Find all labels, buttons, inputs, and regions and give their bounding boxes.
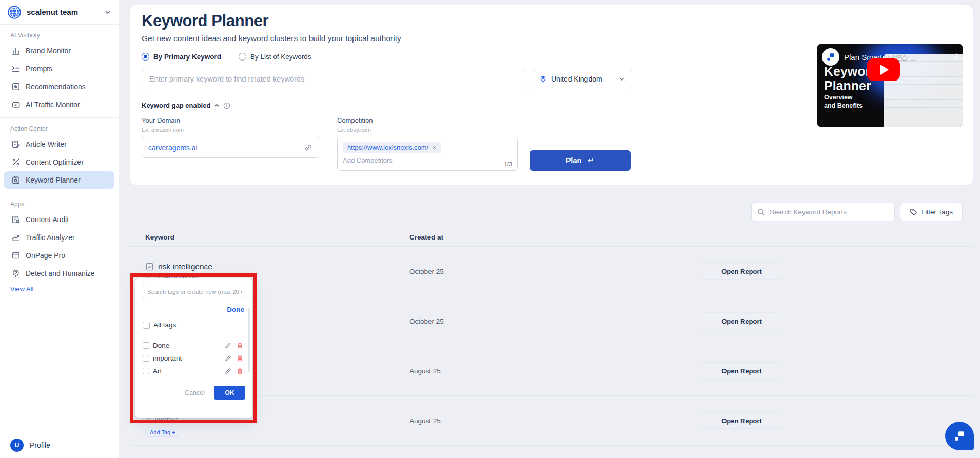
sidebar-item-label: Prompts xyxy=(26,65,52,73)
view-all-link[interactable]: View All xyxy=(10,285,119,293)
column-created-at: Created at xyxy=(409,233,443,241)
column-keyword: Keyword xyxy=(145,233,174,241)
tutorial-video-thumbnail[interactable]: Keyword Planner Overview and Benefits Pl… xyxy=(817,44,963,127)
team-name: scalenut team xyxy=(27,8,99,16)
tag-name: Art xyxy=(153,367,225,375)
sidebar-item-label: Article Writer xyxy=(26,140,67,148)
chevron-down-icon[interactable] xyxy=(104,9,111,16)
detect-humanize-icon xyxy=(11,269,21,278)
your-domain-input[interactable] xyxy=(148,144,304,152)
pencil-icon[interactable] xyxy=(225,368,231,374)
divider xyxy=(0,193,119,193)
competitor-chip: https://www.lexisnexis.com/ × xyxy=(343,142,441,153)
section-label-action-center: Action Center xyxy=(10,125,119,132)
nav-section-ai-visibility: Brand Monitor Prompts Recommendations AI… xyxy=(0,42,119,113)
sidebar-item[interactable]: Content Optimizer xyxy=(4,153,114,171)
badge-icon xyxy=(11,82,21,91)
scalenut-logo-icon xyxy=(822,48,839,66)
chevron-down-icon xyxy=(618,75,625,83)
traffic-analyzer-icon xyxy=(11,233,21,242)
sidebar-item[interactable]: OnPage Pro xyxy=(4,247,114,264)
sidebar-item[interactable]: Detect and Humanize xyxy=(4,265,114,282)
created-at-value: August 25 xyxy=(409,417,441,425)
tag-icon xyxy=(910,208,917,216)
created-at-value: August 25 xyxy=(409,367,441,375)
bar-chart-icon xyxy=(11,46,21,55)
checkbox-icon[interactable] xyxy=(143,342,149,349)
location-pin-icon xyxy=(539,75,547,83)
checkbox-icon[interactable] xyxy=(143,322,150,329)
plan-button[interactable]: Plan xyxy=(530,150,631,171)
sidebar-item[interactable]: Keyword Planner xyxy=(4,171,114,189)
competitor-counter: 1/3 xyxy=(504,161,512,167)
ok-button[interactable]: OK xyxy=(214,386,245,400)
your-domain-input-box xyxy=(142,137,319,158)
chip-close-icon[interactable]: × xyxy=(432,144,436,151)
tag-search-input[interactable] xyxy=(143,285,246,298)
country-value: United Kingdom xyxy=(551,75,614,83)
all-tags-checkbox[interactable]: All tags xyxy=(143,321,252,329)
competition-hint: Ex: ebay.com xyxy=(337,127,518,133)
team-switcher[interactable]: scalenut team xyxy=(0,0,119,25)
enter-arrow-icon xyxy=(586,156,594,165)
checkbox-icon[interactable] xyxy=(143,355,149,362)
tags-done-link[interactable]: Done xyxy=(135,306,244,313)
table-row: October 25 Open Report xyxy=(130,296,973,346)
created-at-value: October 25 xyxy=(409,268,444,275)
divider xyxy=(141,335,247,335)
table-body: risk intelligence United Kingdom October… xyxy=(130,247,973,446)
competition-input-box[interactable]: https://www.lexisnexis.com/ × Add Compet… xyxy=(337,137,518,171)
pencil-icon[interactable] xyxy=(225,355,231,362)
radio-by-primary-keyword[interactable]: By Primary Keyword xyxy=(142,53,221,61)
report-doc-icon xyxy=(145,262,154,271)
cancel-button[interactable]: Cancel xyxy=(185,389,205,396)
link-icon xyxy=(304,144,312,152)
sidebar-item[interactable]: Traffic Analyzer xyxy=(4,229,114,246)
pencil-icon[interactable] xyxy=(225,342,231,349)
add-tag-button[interactable]: Add Tag + xyxy=(145,428,180,437)
report-search-box xyxy=(751,203,895,221)
open-report-button[interactable]: Open Report xyxy=(702,263,781,280)
sidebar-item[interactable]: Prompts xyxy=(4,60,114,77)
trash-icon[interactable] xyxy=(237,355,243,362)
open-report-button[interactable]: Open Report xyxy=(702,412,781,429)
scrollbar[interactable] xyxy=(248,308,250,372)
keyword-planner-icon xyxy=(11,175,21,185)
open-report-button[interactable]: Open Report xyxy=(702,313,781,330)
radio-by-list-of-keywords[interactable]: By List of Keywords xyxy=(239,53,311,61)
nav-section-action-center: Article Writer Content Optimizer Keyword… xyxy=(0,135,119,189)
keyword-planner-card: Keyword Planner Get new content ideas an… xyxy=(130,5,973,185)
sidebar-item[interactable]: Brand Monitor xyxy=(4,42,114,59)
dots-vertical-icon[interactable] xyxy=(953,53,960,61)
open-report-button[interactable]: Open Report xyxy=(702,363,781,380)
trash-icon[interactable] xyxy=(237,342,243,349)
keyword-title[interactable]: risk intelligence xyxy=(145,262,212,271)
sidebar-item-label: AI Traffic Monitor xyxy=(26,101,80,109)
sidebar-item-label: Recommendations xyxy=(26,83,86,91)
play-triangle-icon xyxy=(880,65,889,75)
tag-popup: Done All tags Done important xyxy=(135,278,252,418)
trash-icon[interactable] xyxy=(237,368,243,374)
country-select[interactable]: United Kingdom xyxy=(533,69,632,89)
checkbox-icon[interactable] xyxy=(143,368,149,374)
info-icon xyxy=(223,102,230,109)
sidebar-item[interactable]: AI AI Traffic Monitor xyxy=(4,96,114,113)
primary-keyword-input[interactable] xyxy=(142,69,526,89)
sidebar-item[interactable]: Article Writer xyxy=(4,135,114,153)
tag-popup-footer: Cancel OK xyxy=(135,386,245,400)
page-subtitle: Get new content ideas and keyword cluste… xyxy=(142,34,973,43)
avatar: U xyxy=(10,439,24,452)
filter-tags-button[interactable]: Filter Tags xyxy=(900,203,963,221)
sidebar-item-label: OnPage Pro xyxy=(26,251,65,260)
scalenut-chat-widget[interactable] xyxy=(945,422,974,450)
article-icon xyxy=(11,140,21,149)
sidebar-item-label: Detect and Humanize xyxy=(26,269,95,277)
report-search-input[interactable] xyxy=(770,208,889,216)
youtube-play-button[interactable] xyxy=(867,58,900,81)
chevron-up-icon[interactable] xyxy=(213,102,220,109)
profile-button[interactable]: U Profile xyxy=(10,439,50,452)
sidebar-item[interactable]: Content Audit xyxy=(4,211,114,228)
reports-table: Keyword Created at risk intelligence xyxy=(130,232,973,446)
section-label-apps: Apps xyxy=(10,201,119,208)
sidebar-item[interactable]: Recommendations xyxy=(4,78,114,95)
